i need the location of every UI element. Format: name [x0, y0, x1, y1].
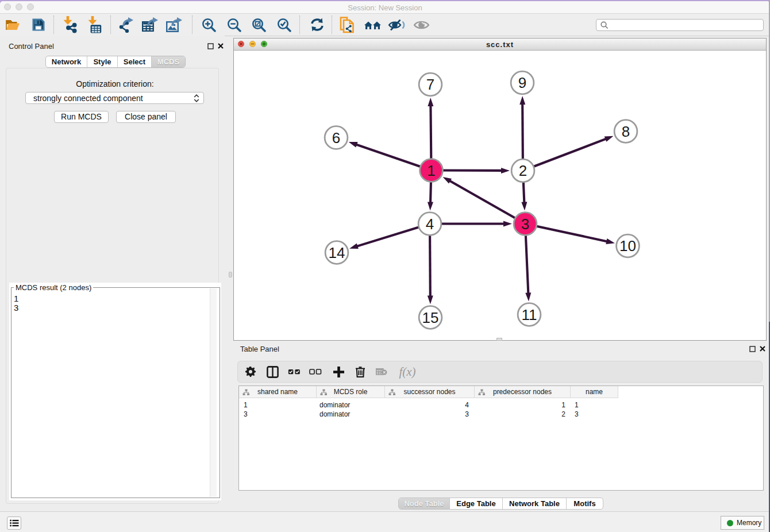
svg-text:14: 14 [329, 244, 345, 261]
svg-text:1: 1 [427, 162, 435, 179]
svg-text:3: 3 [521, 215, 529, 233]
svg-text:6: 6 [332, 129, 340, 147]
svg-text:2: 2 [519, 162, 527, 179]
svg-text:9: 9 [518, 74, 526, 91]
svg-text:8: 8 [622, 123, 630, 140]
svg-text:10: 10 [619, 237, 636, 255]
svg-text:7: 7 [426, 76, 434, 93]
svg-text:11: 11 [522, 306, 537, 323]
svg-text:15: 15 [422, 309, 439, 326]
svg-text:4: 4 [426, 215, 434, 233]
